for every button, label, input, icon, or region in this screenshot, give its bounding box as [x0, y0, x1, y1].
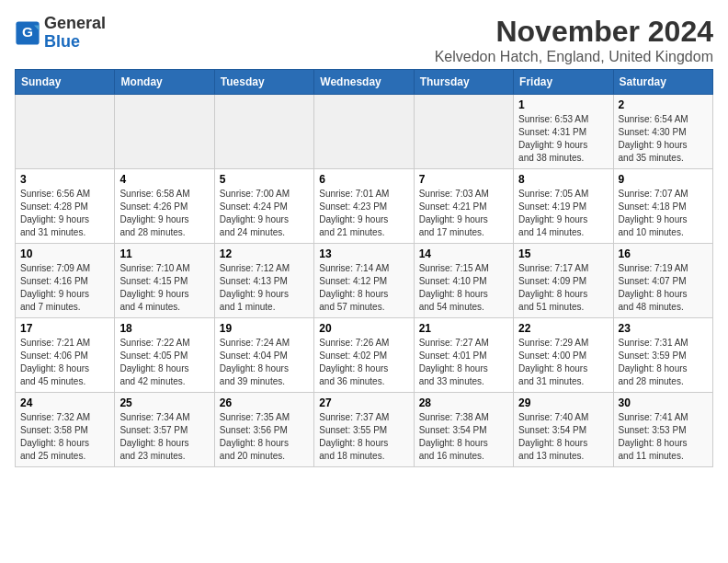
day-info: Sunrise: 7:26 AM Sunset: 4:02 PM Dayligh…	[319, 337, 408, 388]
calendar-cell: 28Sunrise: 7:38 AM Sunset: 3:54 PM Dayli…	[414, 393, 513, 467]
day-number: 17	[20, 322, 109, 335]
logo-general-text: General	[44, 14, 106, 32]
calendar-cell: 30Sunrise: 7:41 AM Sunset: 3:53 PM Dayli…	[613, 393, 712, 467]
weekday-header-monday: Monday	[115, 70, 214, 95]
day-info: Sunrise: 7:32 AM Sunset: 3:58 PM Dayligh…	[20, 411, 109, 463]
day-info: Sunrise: 7:24 AM Sunset: 4:04 PM Dayligh…	[220, 337, 309, 388]
calendar-cell: 1Sunrise: 6:53 AM Sunset: 4:31 PM Daylig…	[514, 95, 613, 169]
calendar-cell: 24Sunrise: 7:32 AM Sunset: 3:58 PM Dayli…	[16, 393, 115, 467]
weekday-header-sunday: Sunday	[16, 70, 115, 95]
calendar-cell	[314, 95, 414, 169]
title-block: November 2024 Kelvedon Hatch, England, U…	[435, 15, 713, 65]
logo: G General Blue	[15, 15, 106, 52]
weekday-header-thursday: Thursday	[414, 70, 513, 95]
calendar-cell	[16, 95, 115, 169]
day-number: 22	[518, 322, 608, 335]
calendar-cell: 12Sunrise: 7:12 AM Sunset: 4:13 PM Dayli…	[214, 244, 313, 318]
day-number: 9	[619, 173, 708, 186]
day-info: Sunrise: 7:12 AM Sunset: 4:13 PM Dayligh…	[220, 262, 309, 314]
day-number: 15	[518, 247, 608, 260]
day-number: 24	[20, 396, 109, 409]
weekday-header-row: SundayMondayTuesdayWednesdayThursdayFrid…	[16, 70, 713, 95]
calendar-cell: 13Sunrise: 7:14 AM Sunset: 4:12 PM Dayli…	[314, 244, 414, 318]
day-info: Sunrise: 7:01 AM Sunset: 4:23 PM Dayligh…	[319, 188, 408, 239]
day-number: 26	[220, 396, 309, 409]
day-number: 13	[319, 247, 408, 260]
day-info: Sunrise: 7:10 AM Sunset: 4:15 PM Dayligh…	[119, 262, 209, 314]
calendar-cell: 14Sunrise: 7:15 AM Sunset: 4:10 PM Dayli…	[414, 244, 513, 318]
day-info: Sunrise: 7:14 AM Sunset: 4:12 PM Dayligh…	[319, 262, 408, 314]
weekday-header-friday: Friday	[514, 70, 613, 95]
calendar-cell: 15Sunrise: 7:17 AM Sunset: 4:09 PM Dayli…	[514, 244, 613, 318]
calendar-cell: 19Sunrise: 7:24 AM Sunset: 4:04 PM Dayli…	[214, 318, 313, 393]
day-info: Sunrise: 7:41 AM Sunset: 3:53 PM Dayligh…	[619, 411, 708, 463]
day-info: Sunrise: 7:29 AM Sunset: 4:00 PM Dayligh…	[518, 337, 608, 388]
calendar-cell: 20Sunrise: 7:26 AM Sunset: 4:02 PM Dayli…	[314, 318, 414, 393]
day-number: 5	[220, 173, 309, 186]
day-number: 21	[419, 322, 508, 335]
day-number: 8	[518, 173, 608, 186]
calendar-cell: 16Sunrise: 7:19 AM Sunset: 4:07 PM Dayli…	[613, 244, 712, 318]
day-info: Sunrise: 7:27 AM Sunset: 4:01 PM Dayligh…	[419, 337, 508, 388]
day-info: Sunrise: 7:38 AM Sunset: 3:54 PM Dayligh…	[419, 411, 508, 463]
weekday-header-wednesday: Wednesday	[314, 70, 414, 95]
month-title: November 2024	[435, 15, 713, 49]
day-info: Sunrise: 7:21 AM Sunset: 4:06 PM Dayligh…	[20, 337, 109, 388]
calendar-cell	[414, 95, 513, 169]
day-info: Sunrise: 7:15 AM Sunset: 4:10 PM Dayligh…	[419, 262, 508, 314]
day-info: Sunrise: 7:37 AM Sunset: 3:55 PM Dayligh…	[319, 411, 408, 463]
svg-text:G: G	[22, 24, 33, 40]
weekday-header-saturday: Saturday	[613, 70, 712, 95]
day-number: 29	[518, 396, 608, 409]
location: Kelvedon Hatch, England, United Kingdom	[435, 49, 713, 65]
calendar-cell: 8Sunrise: 7:05 AM Sunset: 4:19 PM Daylig…	[514, 169, 613, 244]
day-number: 23	[619, 322, 708, 335]
logo-icon: G	[15, 20, 40, 46]
calendar: SundayMondayTuesdayWednesdayThursdayFrid…	[15, 69, 713, 467]
day-number: 1	[518, 98, 608, 111]
day-info: Sunrise: 6:54 AM Sunset: 4:30 PM Dayligh…	[619, 113, 708, 165]
weekday-header-tuesday: Tuesday	[214, 70, 313, 95]
day-info: Sunrise: 7:17 AM Sunset: 4:09 PM Dayligh…	[518, 262, 608, 314]
calendar-cell: 3Sunrise: 6:56 AM Sunset: 4:28 PM Daylig…	[16, 169, 115, 244]
day-number: 28	[419, 396, 508, 409]
day-number: 6	[319, 173, 408, 186]
day-number: 14	[419, 247, 508, 260]
day-number: 12	[220, 247, 309, 260]
calendar-cell: 17Sunrise: 7:21 AM Sunset: 4:06 PM Dayli…	[16, 318, 115, 393]
day-info: Sunrise: 7:19 AM Sunset: 4:07 PM Dayligh…	[619, 262, 708, 314]
calendar-cell: 9Sunrise: 7:07 AM Sunset: 4:18 PM Daylig…	[613, 169, 712, 244]
day-number: 10	[20, 247, 109, 260]
day-info: Sunrise: 7:00 AM Sunset: 4:24 PM Dayligh…	[220, 188, 309, 239]
logo-blue-text: Blue	[44, 32, 80, 51]
calendar-cell: 11Sunrise: 7:10 AM Sunset: 4:15 PM Dayli…	[115, 244, 214, 318]
calendar-cell: 29Sunrise: 7:40 AM Sunset: 3:54 PM Dayli…	[514, 393, 613, 467]
week-row-4: 17Sunrise: 7:21 AM Sunset: 4:06 PM Dayli…	[16, 318, 713, 393]
day-number: 16	[619, 247, 708, 260]
day-info: Sunrise: 7:35 AM Sunset: 3:56 PM Dayligh…	[220, 411, 309, 463]
day-number: 4	[119, 173, 209, 186]
day-info: Sunrise: 6:58 AM Sunset: 4:26 PM Dayligh…	[119, 188, 209, 239]
calendar-cell	[214, 95, 313, 169]
calendar-cell: 26Sunrise: 7:35 AM Sunset: 3:56 PM Dayli…	[214, 393, 313, 467]
day-info: Sunrise: 7:31 AM Sunset: 3:59 PM Dayligh…	[619, 337, 708, 388]
day-info: Sunrise: 7:40 AM Sunset: 3:54 PM Dayligh…	[518, 411, 608, 463]
week-row-5: 24Sunrise: 7:32 AM Sunset: 3:58 PM Dayli…	[16, 393, 713, 467]
day-info: Sunrise: 7:34 AM Sunset: 3:57 PM Dayligh…	[119, 411, 209, 463]
day-info: Sunrise: 7:07 AM Sunset: 4:18 PM Dayligh…	[619, 188, 708, 239]
week-row-1: 1Sunrise: 6:53 AM Sunset: 4:31 PM Daylig…	[16, 95, 713, 169]
calendar-cell	[115, 95, 214, 169]
day-info: Sunrise: 6:53 AM Sunset: 4:31 PM Dayligh…	[518, 113, 608, 165]
day-info: Sunrise: 7:05 AM Sunset: 4:19 PM Dayligh…	[518, 188, 608, 239]
calendar-cell: 21Sunrise: 7:27 AM Sunset: 4:01 PM Dayli…	[414, 318, 513, 393]
calendar-cell: 22Sunrise: 7:29 AM Sunset: 4:00 PM Dayli…	[514, 318, 613, 393]
day-number: 11	[119, 247, 209, 260]
calendar-cell: 18Sunrise: 7:22 AM Sunset: 4:05 PM Dayli…	[115, 318, 214, 393]
day-info: Sunrise: 7:09 AM Sunset: 4:16 PM Dayligh…	[20, 262, 109, 314]
calendar-cell: 7Sunrise: 7:03 AM Sunset: 4:21 PM Daylig…	[414, 169, 513, 244]
calendar-cell: 25Sunrise: 7:34 AM Sunset: 3:57 PM Dayli…	[115, 393, 214, 467]
calendar-cell: 5Sunrise: 7:00 AM Sunset: 4:24 PM Daylig…	[214, 169, 313, 244]
day-number: 27	[319, 396, 408, 409]
day-number: 20	[319, 322, 408, 335]
day-number: 2	[619, 98, 708, 111]
